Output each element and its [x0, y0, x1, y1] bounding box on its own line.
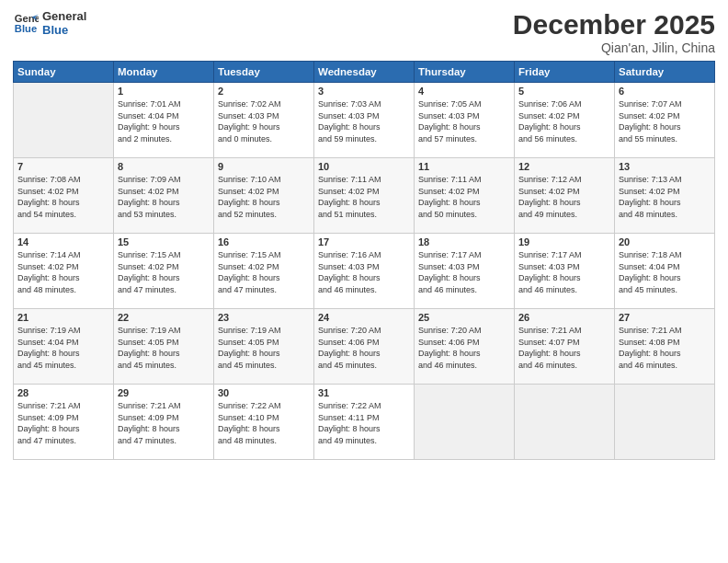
day-info: Sunrise: 7:01 AMSunset: 4:04 PMDaylight:… [118, 98, 210, 144]
day-info-line: Daylight: 8 hours [218, 272, 310, 284]
day-info-line: and 52 minutes. [218, 209, 310, 221]
day-info-line: Sunrise: 7:21 AM [118, 400, 210, 412]
day-number: 11 [418, 161, 510, 172]
day-info-line: Sunset: 4:02 PM [17, 186, 109, 198]
day-number: 12 [518, 161, 610, 172]
day-info: Sunrise: 7:07 AMSunset: 4:02 PMDaylight:… [619, 98, 711, 144]
calendar-cell: 7Sunrise: 7:08 AMSunset: 4:02 PMDaylight… [14, 158, 114, 234]
day-info: Sunrise: 7:21 AMSunset: 4:07 PMDaylight:… [518, 325, 610, 371]
day-info-line: and 46 minutes. [619, 360, 711, 372]
day-info-line: Sunrise: 7:06 AM [518, 98, 610, 110]
day-info-line: Sunset: 4:03 PM [318, 261, 410, 273]
day-info-line: and 47 minutes. [118, 284, 210, 296]
day-info-line: Sunset: 4:02 PM [118, 261, 210, 273]
day-info-line: Sunrise: 7:11 AM [318, 174, 410, 186]
day-info-line: Sunrise: 7:21 AM [17, 400, 109, 412]
day-info: Sunrise: 7:15 AMSunset: 4:02 PMDaylight:… [118, 249, 210, 295]
day-number: 31 [318, 387, 410, 398]
calendar-cell: 22Sunrise: 7:19 AMSunset: 4:05 PMDayligh… [114, 309, 214, 385]
day-info-line: and 54 minutes. [17, 209, 109, 221]
day-info-line: Sunrise: 7:15 AM [118, 249, 210, 261]
calendar-cell: 13Sunrise: 7:13 AMSunset: 4:02 PMDayligh… [615, 158, 715, 234]
day-number: 27 [619, 312, 711, 323]
day-info-line: and 49 minutes. [518, 209, 610, 221]
day-info-line: Sunrise: 7:10 AM [218, 174, 310, 186]
title-block: December 2025 Qian'an, Jilin, China [513, 9, 715, 55]
day-info: Sunrise: 7:17 AMSunset: 4:03 PMDaylight:… [418, 249, 510, 295]
day-info: Sunrise: 7:14 AMSunset: 4:02 PMDaylight:… [17, 249, 109, 295]
day-info-line: Sunset: 4:08 PM [619, 337, 711, 349]
day-info-line: Sunrise: 7:18 AM [619, 249, 711, 261]
day-info-line: Daylight: 8 hours [418, 121, 510, 133]
weekday-header-thursday: Thursday [415, 62, 515, 83]
day-number: 15 [118, 236, 210, 247]
day-info-line: Daylight: 8 hours [17, 423, 109, 435]
day-info-line: Sunset: 4:04 PM [619, 261, 711, 273]
day-info-line: and 46 minutes. [418, 360, 510, 372]
day-info-line: Sunrise: 7:19 AM [118, 325, 210, 337]
day-info: Sunrise: 7:10 AMSunset: 4:02 PMDaylight:… [218, 174, 310, 220]
weekday-header-friday: Friday [515, 62, 615, 83]
day-info-line: Sunset: 4:02 PM [218, 261, 310, 273]
day-info-line: Sunset: 4:02 PM [17, 261, 109, 273]
day-info-line: Sunrise: 7:21 AM [518, 325, 610, 337]
calendar-cell [515, 385, 615, 460]
day-info-line: Daylight: 8 hours [17, 272, 109, 284]
day-number: 1 [118, 86, 210, 97]
calendar-cell: 1Sunrise: 7:01 AMSunset: 4:04 PMDaylight… [114, 83, 214, 158]
day-info-line: and 45 minutes. [118, 360, 210, 372]
logo-general: General [42, 9, 86, 23]
calendar-cell: 16Sunrise: 7:15 AMSunset: 4:02 PMDayligh… [214, 234, 314, 309]
day-info-line: Daylight: 8 hours [518, 121, 610, 133]
day-info-line: and 56 minutes. [518, 133, 610, 145]
weekday-header-sunday: Sunday [14, 62, 114, 83]
logo-icon: General Blue [13, 10, 39, 36]
day-info-line: Sunrise: 7:22 AM [318, 400, 410, 412]
day-number: 5 [518, 86, 610, 97]
day-info-line: Sunset: 4:02 PM [418, 186, 510, 198]
day-number: 20 [619, 236, 711, 247]
calendar-cell [615, 385, 715, 460]
day-info-line: Daylight: 8 hours [418, 348, 510, 360]
day-info: Sunrise: 7:21 AMSunset: 4:09 PMDaylight:… [17, 400, 109, 446]
day-info: Sunrise: 7:17 AMSunset: 4:03 PMDaylight:… [518, 249, 610, 295]
calendar-cell: 28Sunrise: 7:21 AMSunset: 4:09 PMDayligh… [14, 385, 114, 460]
day-info-line: and 47 minutes. [218, 284, 310, 296]
day-info-line: Daylight: 8 hours [218, 197, 310, 209]
day-info-line: Daylight: 8 hours [118, 272, 210, 284]
svg-text:Blue: Blue [15, 23, 37, 34]
day-info-line: Daylight: 8 hours [318, 197, 410, 209]
day-info: Sunrise: 7:11 AMSunset: 4:02 PMDaylight:… [318, 174, 410, 220]
day-info-line: Sunset: 4:03 PM [318, 110, 410, 122]
day-info-line: Daylight: 8 hours [17, 348, 109, 360]
day-info-line: and 59 minutes. [318, 133, 410, 145]
weekday-header-row: SundayMondayTuesdayWednesdayThursdayFrid… [14, 62, 715, 83]
day-info-line: Sunrise: 7:14 AM [17, 249, 109, 261]
day-info-line: Daylight: 9 hours [118, 121, 210, 133]
day-info-line: Sunrise: 7:01 AM [118, 98, 210, 110]
day-number: 21 [17, 312, 109, 323]
day-number: 18 [418, 236, 510, 247]
day-info-line: Daylight: 8 hours [118, 423, 210, 435]
weekday-header-tuesday: Tuesday [214, 62, 314, 83]
calendar-cell: 6Sunrise: 7:07 AMSunset: 4:02 PMDaylight… [615, 83, 715, 158]
day-info-line: Sunset: 4:06 PM [418, 337, 510, 349]
day-info: Sunrise: 7:11 AMSunset: 4:02 PMDaylight:… [418, 174, 510, 220]
calendar-cell: 18Sunrise: 7:17 AMSunset: 4:03 PMDayligh… [415, 234, 515, 309]
day-info-line: Sunset: 4:07 PM [518, 337, 610, 349]
day-info-line: Sunrise: 7:12 AM [518, 174, 610, 186]
calendar-cell: 5Sunrise: 7:06 AMSunset: 4:02 PMDaylight… [515, 83, 615, 158]
day-number: 9 [218, 161, 310, 172]
calendar-cell: 19Sunrise: 7:17 AMSunset: 4:03 PMDayligh… [515, 234, 615, 309]
day-info-line: and 46 minutes. [418, 284, 510, 296]
day-info: Sunrise: 7:20 AMSunset: 4:06 PMDaylight:… [418, 325, 510, 371]
day-number: 4 [418, 86, 510, 97]
day-info-line: Sunrise: 7:17 AM [518, 249, 610, 261]
day-info-line: Daylight: 9 hours [218, 121, 310, 133]
day-info-line: Daylight: 8 hours [318, 423, 410, 435]
day-info-line: and 45 minutes. [17, 360, 109, 372]
calendar-cell: 4Sunrise: 7:05 AMSunset: 4:03 PMDaylight… [415, 83, 515, 158]
day-number: 23 [218, 312, 310, 323]
day-info: Sunrise: 7:06 AMSunset: 4:02 PMDaylight:… [518, 98, 610, 144]
day-info-line: Sunset: 4:09 PM [17, 412, 109, 424]
